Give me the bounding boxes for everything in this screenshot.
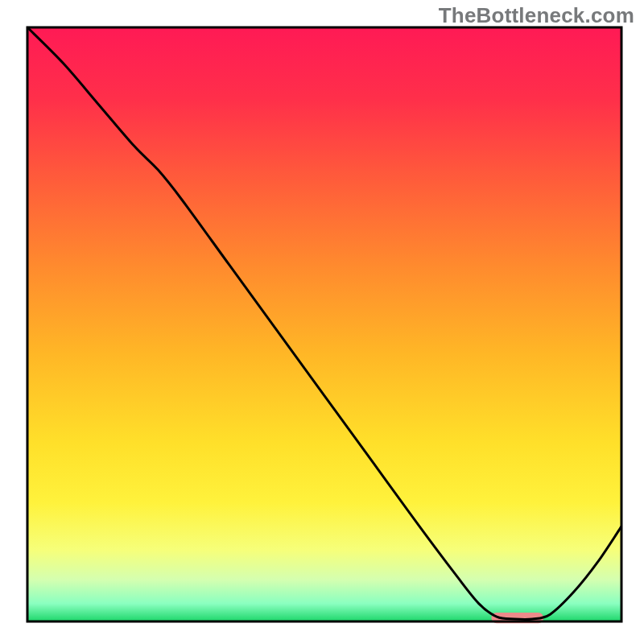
gradient-background: [27, 27, 621, 621]
chart-frame: TheBottleneck.com: [0, 0, 644, 644]
watermark-text: TheBottleneck.com: [439, 3, 634, 28]
bottleneck-chart: [0, 0, 644, 644]
